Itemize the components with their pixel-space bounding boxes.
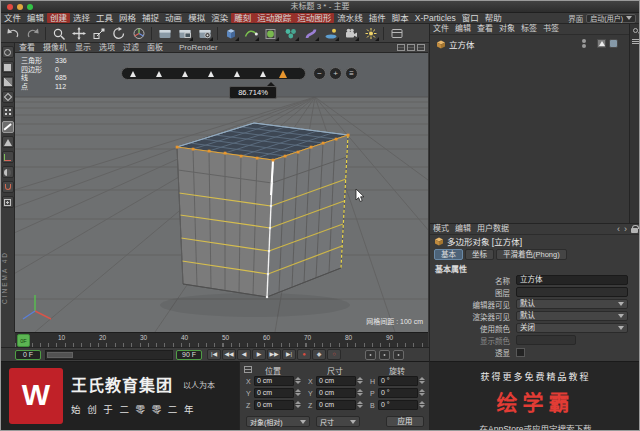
render-settings-icon[interactable] [195, 25, 214, 42]
om-menu-view[interactable]: 查看 [474, 24, 496, 34]
add-light-icon[interactable] [361, 25, 380, 42]
menu-item-help[interactable]: 帮助 [482, 13, 505, 23]
position-y-field[interactable]: 0 cm [254, 388, 294, 398]
rotation-b-field[interactable]: 0 ° [378, 400, 418, 410]
menu-item-sculpt[interactable]: 雕刻 [231, 13, 254, 23]
size-mode-dropdown[interactable]: 尺寸 [316, 416, 360, 427]
object-row[interactable]: 立方体 [430, 38, 630, 50]
texture-mode-icon[interactable] [2, 76, 14, 88]
phong-tag-icon[interactable] [609, 39, 618, 48]
timeline-scrollbar-handle[interactable] [47, 352, 73, 358]
om-menu-edit[interactable]: 编辑 [452, 24, 474, 34]
viewport-menu-prorender[interactable]: ProRender [175, 43, 222, 52]
stepper-icon[interactable] [357, 389, 363, 396]
live-selection-icon[interactable] [49, 25, 68, 42]
menu-item-edit[interactable]: 编辑 [24, 13, 47, 23]
viewport-layout-icon[interactable] [397, 44, 405, 51]
end-frame-field[interactable]: 90 F [176, 350, 202, 360]
viewport[interactable]: 三角形336 四边形0 线685 点112 − + ≡ 86.714% 网格间距… [15, 53, 428, 332]
menu-item-plugins[interactable]: 插件 [366, 13, 389, 23]
viewport-toggle-icon[interactable] [407, 44, 415, 51]
om-menu-objects[interactable]: 对象 [496, 24, 518, 34]
stepper-icon[interactable] [295, 401, 301, 408]
menu-item-snap[interactable]: 捕捉 [139, 13, 162, 23]
name-field[interactable]: 立方体 [516, 275, 628, 285]
render-view-icon[interactable] [155, 25, 174, 42]
viewport-menu-display[interactable]: 显示 [71, 43, 95, 52]
visibility-toggle-dots[interactable] [582, 39, 586, 48]
layer-field[interactable] [516, 287, 628, 297]
keying-settings-icon[interactable] [379, 350, 390, 360]
stepper-icon[interactable] [419, 389, 425, 396]
timeline-scrollbar[interactable] [45, 350, 173, 360]
next-frame-button[interactable]: ▶▶ [267, 349, 281, 360]
play-button[interactable]: ▶ [252, 349, 266, 360]
am-menu-userdata[interactable]: 用户数据 [474, 224, 512, 234]
rotate-tool-icon[interactable] [109, 25, 128, 42]
snapping-icon[interactable] [2, 181, 14, 193]
menu-item-select[interactable]: 选择 [70, 13, 93, 23]
timeline-playhead[interactable]: 0F [17, 334, 30, 347]
stepper-icon[interactable] [419, 401, 425, 408]
menu-item-render[interactable]: 渲染 [208, 13, 231, 23]
viewport-menu-panel[interactable]: 面板 [143, 43, 167, 52]
model-mode-icon[interactable] [2, 61, 14, 73]
menu-item-pipeline[interactable]: 流水线 [334, 13, 366, 23]
viewport-solo-icon[interactable] [2, 166, 14, 178]
tab-coordinates[interactable]: 坐标 [465, 249, 494, 260]
coordinate-system-icon[interactable] [129, 25, 148, 42]
use-color-dropdown[interactable]: 关闭 [516, 323, 628, 333]
tab-basic[interactable]: 基本 [434, 249, 463, 260]
layout-dropdown[interactable]: 启动(用户) [586, 14, 636, 23]
polygon-tag-icon[interactable] [597, 39, 606, 48]
sound-icon[interactable] [393, 350, 404, 360]
hud-slider-handle[interactable] [279, 70, 287, 78]
menu-item-file[interactable]: 文件 [1, 13, 24, 23]
size-z-field[interactable]: 0 cm [316, 400, 356, 410]
viewport-maximize-icon[interactable] [417, 44, 425, 51]
autokey-button[interactable]: ○ [327, 349, 341, 360]
goto-start-button[interactable]: |◀ [207, 349, 221, 360]
stepper-icon[interactable] [357, 377, 363, 384]
move-tool-icon[interactable] [69, 25, 88, 42]
menu-item-mograph[interactable]: 运动图形 [294, 13, 334, 23]
menu-item-xparticles[interactable]: X-Particles [412, 13, 459, 23]
stepper-icon[interactable] [295, 389, 301, 396]
search-icon[interactable] [633, 28, 638, 33]
edges-mode-icon[interactable] [2, 121, 14, 133]
previous-frame-button[interactable]: ◀ [237, 349, 251, 360]
minimize-button[interactable] [17, 4, 23, 10]
tab-phong[interactable]: 平滑着色(Phong) [496, 249, 567, 260]
menu-item-simulate[interactable]: 模拟 [185, 13, 208, 23]
workplane-mode-icon[interactable] [2, 91, 14, 103]
add-camera-icon[interactable] [341, 25, 360, 42]
am-menu-mode[interactable]: 模式 [430, 224, 452, 234]
add-spline-icon[interactable] [241, 25, 260, 42]
record-button[interactable]: ● [297, 349, 311, 360]
am-menu-edit[interactable]: 编辑 [452, 224, 474, 234]
rotation-p-field[interactable]: 0 ° [378, 388, 418, 398]
make-editable-icon[interactable] [2, 46, 14, 58]
menu-item-tools[interactable]: 工具 [93, 13, 116, 23]
close-button[interactable] [7, 4, 13, 10]
object-manager[interactable]: 立方体 [430, 35, 630, 223]
polygons-mode-icon[interactable] [2, 136, 14, 148]
history-forward-icon[interactable]: › [624, 224, 627, 234]
stepper-icon[interactable] [357, 401, 363, 408]
scale-tool-icon[interactable] [89, 25, 108, 42]
menu-item-create[interactable]: 创建 [47, 13, 70, 23]
size-y-field[interactable]: 0 cm [316, 388, 356, 398]
points-mode-icon[interactable] [2, 106, 14, 118]
zoom-button[interactable] [27, 4, 33, 10]
timeline-ruler[interactable]: 0 10 20 30 40 50 60 70 80 90 0F [15, 332, 428, 347]
undo-icon[interactable] [3, 25, 22, 42]
previous-key-button[interactable]: ◀◀ [222, 349, 236, 360]
om-menu-file[interactable]: 文件 [430, 24, 452, 34]
add-deformer-icon[interactable] [301, 25, 320, 42]
hud-minus-button[interactable]: − [313, 67, 326, 80]
menu-item-script[interactable]: 脚本 [389, 13, 412, 23]
add-mograph-icon[interactable] [281, 25, 300, 42]
lock-icon[interactable] [631, 228, 638, 233]
hud-plus-button[interactable]: + [329, 67, 342, 80]
hud-slider[interactable] [121, 67, 306, 80]
